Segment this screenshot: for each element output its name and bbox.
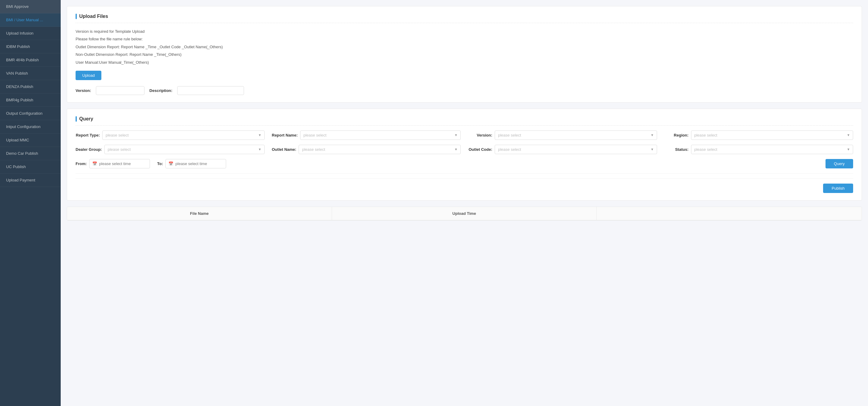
rule3: User Manual:User Manual_Time(_Others) xyxy=(75,59,853,66)
sidebar-item-output-configuration[interactable]: Output Configuration xyxy=(0,107,61,120)
outlet-code-label: Outlet Code: xyxy=(468,147,492,152)
table-header-row: File Name Upload Time xyxy=(67,207,862,220)
to-field: To: 📅 xyxy=(157,159,226,168)
report-type-select[interactable]: please select xyxy=(102,130,265,140)
report-type-label: Report Type: xyxy=(75,133,100,137)
outlet-code-select[interactable]: please select xyxy=(495,145,657,154)
outlet-name-select[interactable]: please select xyxy=(299,145,461,154)
outlet-name-field: Outlet Name: please select ▼ xyxy=(272,145,461,154)
from-datetime-input[interactable] xyxy=(89,159,150,168)
dealer-group-select-wrapper: please select ▼ xyxy=(104,145,265,154)
outlet-name-label: Outlet Name: xyxy=(272,147,297,152)
dealer-group-select[interactable]: please select xyxy=(104,145,265,154)
status-label: Status: xyxy=(664,147,689,152)
col-file-name: File Name xyxy=(67,207,332,220)
query-row-2: Dealer Group: please select ▼ Outlet Nam… xyxy=(75,145,853,154)
sidebar-item-bmi-user-manual[interactable]: BMI / User Manual ... xyxy=(0,13,61,27)
results-table: File Name Upload Time xyxy=(67,207,862,221)
sidebar-item-uc-publish[interactable]: UC Publish xyxy=(0,160,61,174)
description-label: Description: xyxy=(149,88,173,93)
to-datetime-input[interactable] xyxy=(165,159,226,168)
rule2: Non-Outlet Dimension Report: Report Name… xyxy=(75,51,853,58)
version-query-label: Version: xyxy=(468,133,492,137)
sidebar-item-bmr4g-publish[interactable]: BMR4g Publish xyxy=(0,93,61,107)
version-select-wrapper: please select ▼ xyxy=(495,130,657,140)
report-type-select-wrapper: please select ▼ xyxy=(102,130,265,140)
version-select[interactable]: please select xyxy=(495,130,657,140)
title-bar-decoration xyxy=(75,14,77,19)
outlet-code-field: Outlet Code: please select ▼ xyxy=(468,145,657,154)
datetime-row: From: 📅 To: 📅 Query xyxy=(75,159,853,168)
report-type-field: Report Type: please select ▼ xyxy=(75,130,265,140)
report-name-select-wrapper: please select ▼ xyxy=(300,130,461,140)
sidebar-item-bmr-4f4b-publish[interactable]: BMR 4f/4b Publish xyxy=(0,54,61,67)
sidebar-item-upload-mmc[interactable]: Upload MMC xyxy=(0,133,61,147)
sidebar-item-bmi-approve[interactable]: BMI Approve xyxy=(0,0,61,13)
dealer-group-label: Dealer Group: xyxy=(75,147,102,152)
col-upload-time: Upload Time xyxy=(332,207,597,220)
title-bar-decoration-2 xyxy=(75,116,77,122)
col-actions xyxy=(597,207,862,220)
version-description-row: Version: Description: xyxy=(75,86,853,95)
section-divider xyxy=(75,173,853,174)
sidebar-item-denza-publish[interactable]: DENZA Publish xyxy=(0,80,61,93)
version-label: Version: xyxy=(75,88,91,93)
instructions-intro: Please follow the file name rule below: xyxy=(75,35,853,42)
status-field: Status: please select ▼ xyxy=(664,145,854,154)
main-content: Upload Files Version is required for Tem… xyxy=(61,0,868,406)
sidebar-item-upload-infusion[interactable]: Upload Infusion xyxy=(0,27,61,40)
from-input-wrapper: 📅 xyxy=(89,159,150,168)
region-label: Region: xyxy=(664,133,689,137)
sidebar-item-van-publish[interactable]: VAN Publish xyxy=(0,67,61,80)
report-name-select[interactable]: please select xyxy=(300,130,461,140)
region-select[interactable]: please select xyxy=(691,130,854,140)
to-label: To: xyxy=(157,161,163,166)
sidebar-item-idbm-publish[interactable]: IDBM Publish xyxy=(0,40,61,54)
report-name-label: Report Name: xyxy=(272,133,298,137)
publish-row: Publish xyxy=(75,179,853,193)
region-field: Region: please select ▼ xyxy=(664,130,854,140)
rule1: Outlet Dimension Report: Report Name _Ti… xyxy=(75,43,853,50)
query-section-title: Query xyxy=(75,116,853,126)
outlet-name-select-wrapper: please select ▼ xyxy=(299,145,461,154)
query-button[interactable]: Query xyxy=(826,159,853,168)
upload-section-title: Upload Files xyxy=(75,14,853,23)
version-required-msg: Version is required for Template Upload xyxy=(75,28,853,35)
outlet-code-select-wrapper: please select ▼ xyxy=(495,145,657,154)
sidebar: BMI ApproveBMI / User Manual ...Upload I… xyxy=(0,0,61,406)
version-input[interactable] xyxy=(96,86,145,95)
sidebar-item-upload-payment[interactable]: Upload Payment xyxy=(0,174,61,187)
query-card: Query Report Type: please select ▼ Repor… xyxy=(67,108,862,200)
description-input[interactable] xyxy=(177,86,244,95)
publish-button[interactable]: Publish xyxy=(823,184,853,193)
version-field: Version: please select ▼ xyxy=(468,130,657,140)
upload-button[interactable]: Upload xyxy=(75,71,101,80)
sidebar-item-demo-car-publish[interactable]: Demo Car Publish xyxy=(0,147,61,160)
region-select-wrapper: please select ▼ xyxy=(691,130,854,140)
from-field: From: 📅 xyxy=(75,159,150,168)
query-row-1: Report Type: please select ▼ Report Name… xyxy=(75,130,853,140)
from-label: From: xyxy=(75,161,87,166)
sidebar-item-input-configuration[interactable]: Intput Configuration xyxy=(0,120,61,133)
dealer-group-field: Dealer Group: please select ▼ xyxy=(75,145,265,154)
report-name-field: Report Name: please select ▼ xyxy=(272,130,461,140)
upload-instructions: Version is required for Template Upload … xyxy=(75,28,853,66)
status-select-wrapper: please select ▼ xyxy=(691,145,854,154)
to-input-wrapper: 📅 xyxy=(165,159,226,168)
upload-files-card: Upload Files Version is required for Tem… xyxy=(67,6,862,102)
status-select[interactable]: please select xyxy=(691,145,854,154)
